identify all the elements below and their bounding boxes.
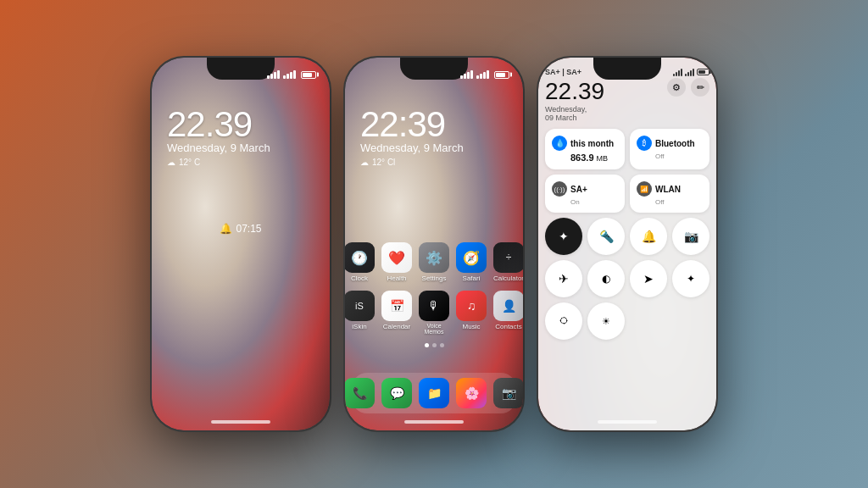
- cc-sun-high-button[interactable]: ☀: [587, 302, 625, 340]
- dock-photos[interactable]: 🌸: [456, 378, 487, 408]
- clock-icon: 🕐: [345, 242, 375, 273]
- iskin-icon: iS: [345, 291, 375, 321]
- home-indicator[interactable]: [598, 420, 657, 424]
- cc-sa-tile[interactable]: ((·)) SA+ On: [545, 175, 625, 213]
- cc-buttons-row-1: ✦ 🔦 🔔 📷: [545, 218, 709, 255]
- lock-date: Wednesday, 9 March: [167, 141, 330, 154]
- home-time-display: 22:39 Wednesday, 9 March ☁ 12° Cl: [345, 104, 523, 167]
- status-bar-home: [345, 58, 523, 85]
- cc-wlan-status: Off: [637, 198, 703, 206]
- cc-pin-button[interactable]: ✦: [545, 218, 582, 255]
- cc-bluetooth-icon: ₿: [637, 136, 652, 151]
- phone-lock-screen: 22.39 Wednesday, 9 March ☁ 12° C 🔔 07:15: [152, 58, 330, 430]
- app-iskin[interactable]: iS iSkin: [345, 291, 375, 335]
- cc-edit-icon[interactable]: ✏: [691, 78, 709, 97]
- cc-tile-header: 💧 this month: [552, 136, 618, 151]
- cc-focus-button[interactable]: ✦: [672, 260, 709, 297]
- calculator-icon: ÷: [493, 242, 523, 273]
- app-label: Calendar: [383, 323, 410, 330]
- phone-icon: 📞: [345, 378, 375, 408]
- app-music[interactable]: ♫ Music: [456, 291, 487, 335]
- cc-bluetooth-tile[interactable]: ₿ Bluetooth Off: [630, 129, 709, 169]
- phone-control-center: SA+ | SA+: [538, 58, 716, 430]
- dock-phone[interactable]: 📞: [345, 378, 375, 408]
- home-date: Wednesday, 9 March: [360, 141, 523, 154]
- cc-wlan-tile[interactable]: 📶 WLAN Off: [630, 175, 709, 213]
- cc-date: Wednesday, 09 March: [545, 105, 596, 122]
- app-safari[interactable]: 🧭 Safari: [456, 242, 487, 282]
- battery-icon: [301, 71, 316, 79]
- safari-icon: 🧭: [456, 242, 487, 273]
- cc-bottom-rows: ✈ ◐ ➤ ✦ 🌣 ☀: [545, 260, 709, 340]
- cc-data-value: 863.9 MB: [552, 152, 618, 163]
- cc-bluetooth-status: Off: [637, 152, 703, 160]
- page-dot: [432, 343, 437, 347]
- cc-brightness-button[interactable]: ◐: [587, 260, 625, 297]
- calendar-icon: 📅: [381, 291, 412, 321]
- battery-icon: [494, 71, 509, 79]
- camera-icon: 📷: [493, 378, 523, 408]
- app-label: Health: [387, 274, 406, 282]
- dock: 📞 💬 📁 🌸 📷: [352, 373, 516, 413]
- cc-tile-header: ((·)) SA+: [552, 181, 618, 197]
- cc-bell-button[interactable]: 🔔: [630, 218, 667, 255]
- app-label: Voice Memos: [419, 323, 449, 335]
- cc-battery-icon: [697, 69, 709, 75]
- cc-carrier: SA+ | SA+: [545, 68, 581, 76]
- app-row-2: iS iSkin 📅 Calendar 🎙 Voice Memos ♫ Musi…: [352, 291, 516, 335]
- app-calculator[interactable]: ÷ Calculator: [493, 242, 523, 282]
- settings-icon: ⚙️: [419, 242, 449, 273]
- dock-files[interactable]: 📁: [419, 378, 449, 408]
- app-calendar[interactable]: 📅 Calendar: [381, 291, 412, 335]
- page-dots: [352, 343, 516, 347]
- signal-icon: [460, 70, 473, 79]
- cc-empty-slot-2: [672, 302, 709, 340]
- app-contacts[interactable]: 👤 Contacts: [493, 291, 523, 335]
- signal-icon: [267, 70, 280, 79]
- page-dot-active: [425, 343, 429, 347]
- messages-icon: 💬: [381, 378, 412, 408]
- voice-memos-icon: 🎙: [419, 291, 449, 321]
- cc-tile-header: ₿ Bluetooth: [637, 136, 703, 151]
- app-row-1: 🕐 Clock ❤️ Health ⚙️ Settings 🧭 Safari ÷: [352, 242, 516, 282]
- cc-data-icon: 💧: [552, 136, 567, 151]
- app-label: iSkin: [352, 323, 366, 330]
- app-health[interactable]: ❤️ Health: [381, 242, 412, 282]
- cc-camera-button[interactable]: 📷: [672, 218, 709, 255]
- cc-sun-low-button[interactable]: 🌣: [545, 302, 582, 340]
- app-voice-memos[interactable]: 🎙 Voice Memos: [419, 291, 449, 335]
- cc-sa-status: On: [552, 198, 618, 206]
- cc-data-tile[interactable]: 💧 this month 863.9 MB: [545, 129, 625, 169]
- home-weather: ☁ 12° Cl: [360, 158, 523, 167]
- app-settings[interactable]: ⚙️ Settings: [419, 242, 449, 282]
- health-icon: ❤️: [381, 242, 412, 273]
- files-icon: 📁: [419, 378, 449, 408]
- home-indicator[interactable]: [211, 420, 270, 424]
- signal-icon-2: [283, 70, 296, 79]
- home-time: 22:39: [360, 104, 523, 145]
- home-indicator[interactable]: [404, 420, 464, 424]
- cc-status-icons: [673, 69, 709, 76]
- cc-location-button[interactable]: ➤: [630, 260, 667, 297]
- app-clock[interactable]: 🕐 Clock: [345, 242, 375, 282]
- page-dot: [440, 343, 444, 347]
- status-bar-lock: [152, 58, 330, 85]
- dock-messages[interactable]: 💬: [381, 378, 412, 408]
- app-label: Music: [463, 323, 481, 330]
- lock-time-display: 22.39 Wednesday, 9 March ☁ 12° C: [152, 104, 330, 167]
- lock-weather: ☁ 12° C: [167, 158, 330, 167]
- cc-bluetooth-label: Bluetooth: [655, 139, 695, 148]
- cc-airplane-button[interactable]: ✈: [545, 260, 582, 297]
- cc-flashlight-button[interactable]: 🔦: [587, 218, 625, 255]
- cc-sa-label: SA+: [570, 185, 587, 194]
- app-label: Contacts: [495, 323, 522, 330]
- contacts-icon: 👤: [493, 291, 523, 321]
- music-icon: ♫: [456, 291, 487, 321]
- cc-sa-icon: ((·)): [552, 181, 567, 197]
- photos-icon: 🌸: [456, 378, 487, 408]
- dock-camera[interactable]: 📷: [493, 378, 523, 408]
- signal-icon-2: [476, 70, 489, 79]
- cc-signal-2: [685, 69, 694, 76]
- cc-settings-gear-icon[interactable]: ⚙: [667, 78, 686, 97]
- cc-time: 22.39: [545, 78, 604, 105]
